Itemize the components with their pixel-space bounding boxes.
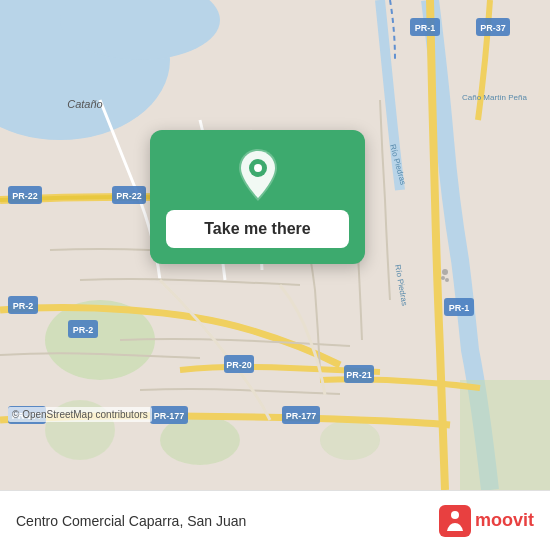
moovit-brand-text: moovit xyxy=(475,510,534,531)
moovit-logo-icon xyxy=(439,505,471,537)
svg-text:PR-22: PR-22 xyxy=(116,191,142,201)
location-pin-icon xyxy=(234,147,282,203)
svg-point-38 xyxy=(441,276,445,280)
svg-text:PR-1: PR-1 xyxy=(449,303,470,313)
svg-text:Caño Martín Peña: Caño Martín Peña xyxy=(462,93,527,102)
svg-point-36 xyxy=(442,269,448,275)
svg-text:PR-21: PR-21 xyxy=(346,370,372,380)
svg-point-37 xyxy=(445,278,449,282)
moovit-logo: moovit xyxy=(439,505,534,537)
svg-text:PR-37: PR-37 xyxy=(480,23,506,33)
location-name: Centro Comercial Caparra, San Juan xyxy=(16,513,246,529)
copyright-text: © OpenStreetMap contributors xyxy=(8,407,152,422)
svg-point-40 xyxy=(254,164,262,172)
svg-text:PR-177: PR-177 xyxy=(154,411,185,421)
take-me-there-button[interactable]: Take me there xyxy=(166,210,349,248)
svg-text:PR-20: PR-20 xyxy=(226,360,252,370)
bottom-bar: Centro Comercial Caparra, San Juan moovi… xyxy=(0,490,550,550)
svg-text:PR-2: PR-2 xyxy=(13,301,34,311)
svg-text:Cataño: Cataño xyxy=(67,98,102,110)
map-container: PR-1 PR-37 PR-22 PR-22 PR-2 PR-2 PR-177 … xyxy=(0,0,550,490)
svg-point-42 xyxy=(451,511,459,519)
svg-text:PR-22: PR-22 xyxy=(12,191,38,201)
pin-icon-container xyxy=(233,150,283,200)
svg-text:PR-1: PR-1 xyxy=(415,23,436,33)
svg-rect-41 xyxy=(439,505,471,537)
svg-rect-6 xyxy=(460,380,550,490)
svg-text:PR-177: PR-177 xyxy=(286,411,317,421)
svg-text:PR-2: PR-2 xyxy=(73,325,94,335)
svg-point-7 xyxy=(320,420,380,460)
card-overlay: Take me there xyxy=(150,130,365,264)
